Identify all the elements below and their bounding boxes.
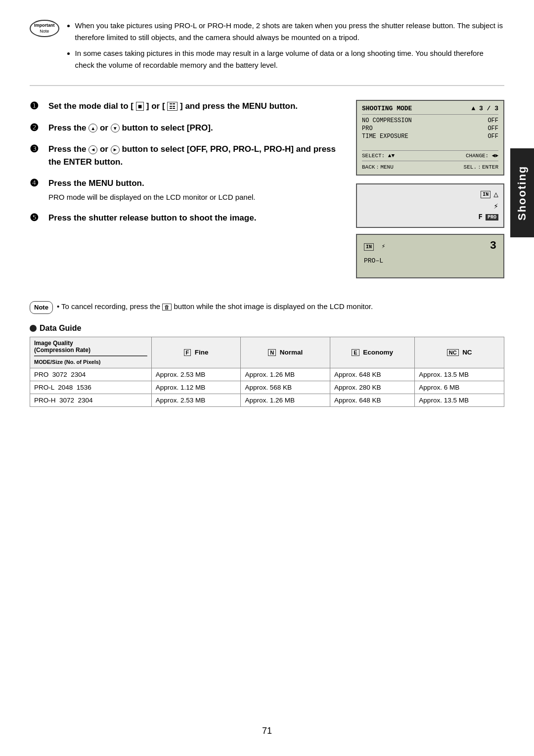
steps-left: ❶ Set the mode dial to [ ■ ] or [ ☷ ] an… xyxy=(30,100,341,286)
row-proh-fine: Approx. 2.53 MB xyxy=(151,394,241,406)
header-normal: N Normal xyxy=(241,337,330,368)
step-4: ❹ Press the MENU button. PRO mode will b… xyxy=(30,177,341,203)
lcd-footer: SELECT: ▲▼ CHANGE: ◄► xyxy=(362,150,498,159)
step-2: ❷ Press the ▲ or ▼ button to select [PRO… xyxy=(30,122,341,134)
data-guide-title: Data Guide xyxy=(30,324,504,333)
header-label-1: Image Quality xyxy=(34,340,73,347)
header-fine: F Fine xyxy=(151,337,241,368)
nc-label: NC xyxy=(462,349,472,356)
lcd-sublabel: PRO–L xyxy=(364,257,496,265)
lcd-large-icons: IN ⚡ xyxy=(364,242,385,250)
page-number: 71 xyxy=(262,726,272,736)
row-pro-normal: Approx. 1.26 MB xyxy=(241,368,330,381)
step-3-number: ❸ xyxy=(30,143,44,155)
table-header-row-1: Image Quality (Compression Rate) MODE/Si… xyxy=(30,337,504,368)
step-1-number: ❶ xyxy=(30,100,44,112)
important-badge: Important Note xyxy=(30,20,59,37)
badge-title: Important xyxy=(34,23,55,29)
row-proh-economy: Approx. 648 KB xyxy=(330,394,414,406)
note-bullet-1: When you take pictures using PRO-L or PR… xyxy=(75,20,505,44)
row-prol-fine: Approx. 1.12 MB xyxy=(151,381,241,394)
panel-flash-icon: △ xyxy=(493,189,498,199)
lcd-row-3: TIME EXPOSURE OFF xyxy=(362,133,498,140)
note-tag: Note xyxy=(30,301,53,314)
lcd-header: SHOOTING MODE ▲ 3 / 3 xyxy=(362,105,498,115)
lcd-large-number: 3 xyxy=(490,240,496,252)
in-badge-1: IN xyxy=(481,191,490,198)
lcd-row-2-label: PRO xyxy=(362,125,373,132)
trash-icon: 🗑 xyxy=(162,304,172,311)
panel-f-label: F xyxy=(479,213,483,221)
row-proh-nc: Approx. 13.5 MB xyxy=(415,394,504,406)
step-4-subtext: PRO mode will be displayed on the LCD mo… xyxy=(48,192,256,203)
lcd-large: IN ⚡ 3 PRO–L xyxy=(356,234,504,278)
step-2-text: Press the ▲ or ▼ button to select [PRO]. xyxy=(48,122,213,134)
right-arrow-icon: ► xyxy=(111,145,120,154)
step-5-text: Press the shutter release button to shoo… xyxy=(48,212,256,224)
row-prol-normal: Approx. 568 KB xyxy=(241,381,330,394)
lcd-row-1: NO COMPRESSION OFF xyxy=(362,117,498,125)
important-note-content: When you take pictures using PRO-L or PR… xyxy=(65,20,505,75)
lcd-back: BACK：MENU xyxy=(362,163,394,171)
sidebar-tab: Shooting xyxy=(510,148,534,237)
step-2-number: ❷ xyxy=(30,122,44,133)
row-proh-normal: Approx. 1.26 MB xyxy=(241,394,330,406)
step-3: ❸ Press the ◄ or ► button to select [OFF… xyxy=(30,143,341,168)
lcd-footer2: BACK：MENU SEL.：ENTER xyxy=(362,161,498,171)
lcd-row-2-value: OFF xyxy=(488,125,498,132)
page-container: Shooting Important Note When you take pi… xyxy=(0,0,534,756)
lcd-row-1-label: NO COMPRESSION xyxy=(362,117,412,124)
fine-label: Fine xyxy=(195,349,209,356)
fine-icon: F xyxy=(184,349,191,356)
bullet-icon xyxy=(30,325,37,332)
step-1-text: Set the mode dial to [ ■ ] or [ ☷ ] and … xyxy=(48,100,298,113)
header-nc: NC NC xyxy=(415,337,504,368)
header-economy: E Economy xyxy=(330,337,414,368)
nc-icon: NC xyxy=(447,349,459,356)
lcd-row-3-label: TIME EXPOSURE xyxy=(362,133,408,140)
up-arrow-icon: ▲ xyxy=(89,124,97,133)
note-box: Note • To cancel recording, press the 🗑 … xyxy=(30,301,504,314)
step-4-text: Press the MENU button. PRO mode will be … xyxy=(48,177,256,203)
row-pro-mode: PRO 3072 2304 xyxy=(30,368,152,381)
important-note-section: Important Note When you take pictures us… xyxy=(30,20,504,86)
lcd-row-empty xyxy=(362,140,498,148)
lcd-row-1-value: OFF xyxy=(488,117,498,124)
step-4-number: ❹ xyxy=(30,177,44,189)
table-row: PRO-L 2048 1536 Approx. 1.12 MB Approx. … xyxy=(30,381,504,394)
data-table: Image Quality (Compression Rate) MODE/Si… xyxy=(30,337,504,407)
steps-section: ❶ Set the mode dial to [ ■ ] or [ ☷ ] an… xyxy=(30,100,504,286)
panel-pro-badge: PRO xyxy=(486,214,498,221)
data-guide: Data Guide Image Quality (Compression Ra… xyxy=(30,324,504,407)
row-pro-nc: Approx. 13.5 MB xyxy=(415,368,504,381)
step-3-text: Press the ◄ or ► button to select [OFF, … xyxy=(48,143,341,168)
normal-label: Normal xyxy=(280,349,303,356)
badge-sub: Note xyxy=(34,29,55,35)
step-1: ❶ Set the mode dial to [ ■ ] or [ ☷ ] an… xyxy=(30,100,341,113)
table-row: PRO 3072 2304 Approx. 2.53 MB Approx. 1.… xyxy=(30,368,504,381)
header-label-2: (Compression Rate) xyxy=(34,347,90,354)
economy-label: Economy xyxy=(363,349,393,356)
row-proh-mode: PRO-H 3072 2304 xyxy=(30,394,152,406)
data-guide-label: Data Guide xyxy=(40,324,81,333)
lcd-change: CHANGE: ◄► xyxy=(466,153,498,159)
note-bullet-2: In some cases taking pictures in this mo… xyxy=(75,47,505,71)
economy-icon: E xyxy=(352,349,359,356)
row-prol-mode: PRO-L 2048 1536 xyxy=(30,381,152,394)
camera-panel: IN △ ⚡ F PRO xyxy=(356,183,504,228)
in-badge-2: IN xyxy=(364,243,374,251)
left-arrow-icon: ◄ xyxy=(89,145,97,154)
row-pro-economy: Approx. 648 KB xyxy=(330,368,414,381)
panel-lightning: ⚡ xyxy=(493,201,498,211)
table-header-mode: Image Quality (Compression Rate) MODE/Si… xyxy=(30,337,152,368)
lcd-top-row: IN ⚡ 3 xyxy=(364,240,496,252)
lcd-title: SHOOTING MODE xyxy=(362,105,412,112)
table-row: PRO-H 3072 2304 Approx. 2.53 MB Approx. … xyxy=(30,394,504,406)
step-5: ❺ Press the shutter release button to sh… xyxy=(30,212,341,224)
lcd-sel: SEL.：ENTER xyxy=(464,163,498,171)
lcd-page: ▲ 3 / 3 xyxy=(471,105,498,112)
sidebar-label: Shooting xyxy=(516,165,529,220)
steps-right: SHOOTING MODE ▲ 3 / 3 NO COMPRESSION OFF… xyxy=(356,100,504,286)
note-text: • To cancel recording, press the 🗑 butto… xyxy=(57,301,373,312)
row-prol-nc: Approx. 6 MB xyxy=(415,381,504,394)
